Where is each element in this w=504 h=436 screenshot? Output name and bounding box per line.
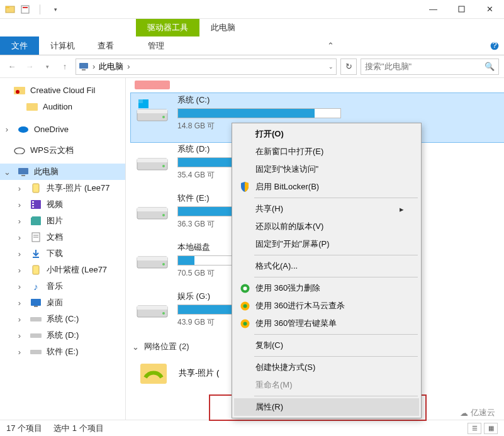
tree-item-audition[interactable]: Audition: [0, 98, 125, 115]
titlebar: │ ▾ — ✕: [0, 0, 504, 19]
drive-icon: [135, 195, 170, 223]
ribbon-collapse-chevron-icon[interactable]: ⌃: [322, 36, 339, 55]
ctx-360-scan[interactable]: 使用 360进行木马云查杀: [234, 297, 419, 315]
ctx-pin-quick-access[interactable]: 固定到"快速访问": [234, 160, 419, 178]
shield-icon: [239, 181, 250, 193]
ctx-create-shortcut[interactable]: 创建快捷方式(S): [234, 359, 419, 376]
tree-caret-icon[interactable]: ›: [16, 249, 23, 259]
tree-label: 此电脑: [34, 166, 59, 177]
search-box[interactable]: 🔍: [361, 59, 499, 75]
minimize-button[interactable]: —: [419, 0, 447, 19]
svg-text:?: ?: [492, 42, 496, 50]
tree-item-documents[interactable]: › 文档: [0, 229, 125, 245]
tree-item-phone2[interactable]: › 小叶紫檀 (Lee77: [0, 262, 125, 278]
crumb-chevron-icon[interactable]: ›: [127, 62, 130, 71]
tree-caret-icon[interactable]: ›: [16, 282, 23, 291]
search-input[interactable]: [365, 62, 484, 71]
tab-view[interactable]: 查看: [86, 36, 125, 55]
ctx-restore-versions[interactable]: 还原以前的版本(V): [234, 218, 419, 235]
tree-caret-icon[interactable]: ›: [16, 216, 23, 226]
ctx-separator: [254, 356, 418, 357]
svg-rect-1: [6, 6, 9, 8]
tree-item-pictures[interactable]: › 图片: [0, 213, 125, 229]
tree-item-thispc[interactable]: ⌄ 此电脑: [0, 164, 125, 180]
ctx-rename[interactable]: 重命名(M): [234, 376, 419, 394]
ctx-360-menu[interactable]: 使用 360管理右键菜单: [234, 315, 419, 332]
back-button[interactable]: ←: [5, 60, 19, 74]
tree-item-shared-photos[interactable]: › 共享-照片 (Lee77: [0, 180, 125, 196]
tree-caret-icon[interactable]: ›: [16, 233, 23, 242]
ctx-separator: [254, 396, 418, 396]
tab-computer[interactable]: 计算机: [39, 36, 86, 55]
recent-dropdown-icon[interactable]: ▾: [40, 60, 54, 74]
qat-dropdown-icon[interactable]: ▾: [49, 3, 62, 16]
tree-item-videos[interactable]: › 视频: [0, 196, 125, 213]
ctx-open-new-window[interactable]: 在新窗口中打开(E): [234, 143, 419, 160]
tab-file[interactable]: 文件: [0, 36, 39, 55]
address-dropdown-icon[interactable]: ⌄: [328, 64, 333, 70]
svg-rect-4: [459, 6, 464, 12]
maximize-button[interactable]: [447, 0, 476, 19]
tree-caret-icon[interactable]: ›: [16, 331, 23, 340]
tree-label: WPS云文档: [30, 145, 74, 156]
tree-caret-open-icon[interactable]: ⌄: [4, 167, 10, 177]
ctx-properties[interactable]: 属性(R): [234, 398, 419, 416]
svg-rect-29: [34, 306, 38, 307]
forward-button[interactable]: →: [23, 60, 36, 74]
drive-usage-bar: [177, 108, 341, 118]
navigation-pane: Creative Cloud Fil Audition › OneDrive W…: [0, 78, 126, 420]
phone-icon: [30, 264, 42, 276]
svg-rect-48: [137, 306, 167, 310]
thispc-crumb-icon: [79, 62, 89, 71]
tree-item-downloads[interactable]: › 下载: [0, 245, 125, 262]
svg-point-13: [14, 148, 25, 154]
tree-caret-icon[interactable]: ›: [16, 315, 23, 324]
tab-manage[interactable]: 管理: [137, 36, 176, 55]
properties-qat-icon[interactable]: [19, 3, 31, 16]
svg-point-37: [162, 116, 165, 118]
address-bar[interactable]: › 此电脑 › ⌄: [76, 59, 337, 75]
tree-caret-icon[interactable]: ›: [16, 184, 23, 193]
cloud-icon: ☁: [460, 408, 468, 418]
tree-caret-icon[interactable]: ›: [16, 200, 23, 210]
ctx-share[interactable]: 共享(H)▸: [234, 200, 419, 218]
up-button[interactable]: ↑: [58, 60, 72, 74]
tree-item-music[interactable]: › ♪ 音乐: [0, 278, 125, 294]
svg-rect-11: [26, 103, 38, 111]
refresh-button[interactable]: ↻: [340, 59, 357, 75]
drive-icon: [135, 97, 170, 125]
thispc-icon: [18, 166, 29, 177]
tree-item-desktop[interactable]: › 桌面: [0, 294, 125, 311]
tree-item-drive-e[interactable]: › 软件 (E:): [0, 344, 125, 360]
tree-caret-icon[interactable]: ›: [16, 266, 23, 275]
tree-caret-icon[interactable]: ›: [4, 125, 10, 134]
tiles-view-button[interactable]: ▦: [484, 423, 498, 434]
help-button[interactable]: ?: [485, 36, 504, 55]
svg-point-52: [243, 286, 247, 290]
tree-item-drive-d[interactable]: › 系统 (D:): [0, 327, 125, 344]
tree-caret-icon[interactable]: ›: [16, 298, 23, 308]
close-button[interactable]: ✕: [476, 0, 504, 19]
tree-caret-icon[interactable]: ›: [16, 347, 23, 357]
svg-point-43: [162, 214, 165, 216]
ctx-copy[interactable]: 复制(C): [234, 337, 419, 354]
tree-item-wps[interactable]: WPS云文档: [0, 142, 125, 159]
ctx-separator: [254, 334, 418, 335]
details-view-button[interactable]: ☰: [468, 423, 481, 434]
ctx-format[interactable]: 格式化(A)...: [234, 257, 419, 275]
tree-item-onedrive[interactable]: › OneDrive: [0, 121, 125, 137]
ctx-pin-start[interactable]: 固定到"开始"屏幕(P): [234, 235, 419, 253]
tree-item-drive-c[interactable]: › 系统 (C:): [0, 311, 125, 327]
nav-arrows: ← → ▾ ↑: [5, 60, 72, 74]
crumb-chevron-icon[interactable]: ›: [92, 62, 95, 71]
tree-label: 视频: [47, 199, 63, 210]
ctx-bitlocker[interactable]: 启用 BitLocker(B): [234, 178, 419, 196]
tree-item-creative-cloud[interactable]: Creative Cloud Fil: [0, 82, 125, 98]
folder-icon: [26, 101, 38, 112]
search-icon[interactable]: 🔍: [484, 62, 495, 71]
svg-rect-14: [18, 168, 28, 174]
svg-point-40: [162, 165, 165, 167]
ctx-open[interactable]: 打开(O): [234, 125, 419, 143]
breadcrumb-thispc[interactable]: 此电脑: [99, 61, 123, 72]
ctx-360-delete[interactable]: 使用 360强力删除: [234, 279, 419, 297]
